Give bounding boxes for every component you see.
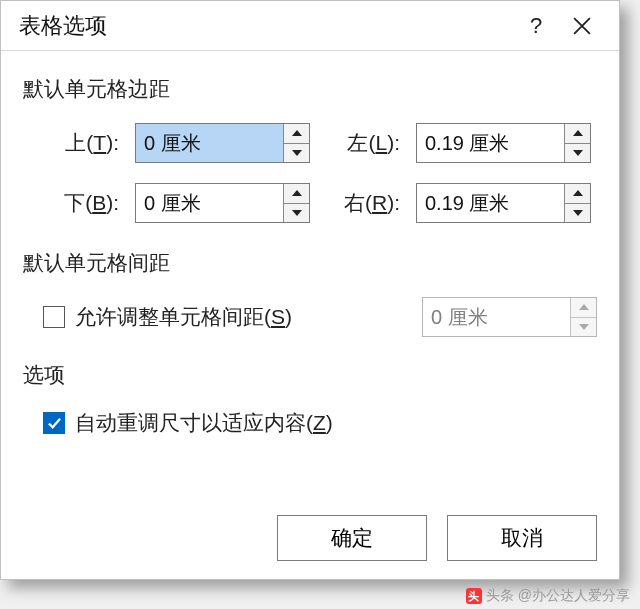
allow-spacing-label[interactable]: 允许调整单元格间距(S) xyxy=(75,303,292,331)
bottom-margin-value[interactable]: 0 厘米 xyxy=(136,184,283,222)
allow-spacing-option[interactable]: 允许调整单元格间距(S) xyxy=(43,303,292,331)
cell-spacing-decrement xyxy=(571,318,596,337)
options-section-label: 选项 xyxy=(23,361,597,389)
default-margins-label: 默认单元格边距 xyxy=(23,75,597,103)
chevron-up-icon xyxy=(573,190,583,196)
dialog-title: 表格选项 xyxy=(19,11,513,41)
bottom-margin-input[interactable]: 0 厘米 xyxy=(135,183,310,223)
cell-spacing-increment xyxy=(571,298,596,318)
top-margin-increment[interactable] xyxy=(284,124,309,144)
top-label: 上(T): xyxy=(43,129,121,157)
auto-resize-label[interactable]: 自动重调尺寸以适应内容(Z) xyxy=(75,409,333,437)
top-margin-input[interactable]: 0 厘米 xyxy=(135,123,310,163)
titlebar: 表格选项 ? xyxy=(1,1,619,51)
checkmark-icon xyxy=(47,416,62,431)
bottom-margin-spinner xyxy=(283,184,309,222)
margins-grid: 上(T): 0 厘米 左(L): 0.19 厘米 下(B): 0 厘米 xyxy=(43,123,597,223)
bottom-label: 下(B): xyxy=(43,189,121,217)
left-margin-input[interactable]: 0.19 厘米 xyxy=(416,123,591,163)
right-margin-spinner xyxy=(564,184,590,222)
left-margin-decrement[interactable] xyxy=(565,144,590,163)
top-margin-spinner xyxy=(283,124,309,162)
left-margin-increment[interactable] xyxy=(565,124,590,144)
auto-resize-option[interactable]: 自动重调尺寸以适应内容(Z) xyxy=(43,409,597,437)
right-margin-value[interactable]: 0.19 厘米 xyxy=(417,184,564,222)
cell-spacing-value: 0 厘米 xyxy=(423,298,570,336)
close-button[interactable] xyxy=(559,6,605,46)
top-margin-value[interactable]: 0 厘米 xyxy=(136,124,283,162)
chevron-down-icon xyxy=(292,150,302,156)
chevron-up-icon xyxy=(292,190,302,196)
top-margin-decrement[interactable] xyxy=(284,144,309,163)
table-options-dialog: 表格选项 ? 默认单元格边距 上(T): 0 厘米 左(L): 0.19 厘米 xyxy=(0,0,620,580)
right-margin-increment[interactable] xyxy=(565,184,590,204)
help-button[interactable]: ? xyxy=(513,6,559,46)
bottom-margin-decrement[interactable] xyxy=(284,204,309,223)
cancel-button[interactable]: 取消 xyxy=(447,515,597,561)
chevron-up-icon xyxy=(579,304,589,310)
left-margin-spinner xyxy=(564,124,590,162)
default-spacing-label: 默认单元格间距 xyxy=(23,249,597,277)
right-margin-decrement[interactable] xyxy=(565,204,590,223)
bottom-margin-increment[interactable] xyxy=(284,184,309,204)
left-margin-value[interactable]: 0.19 厘米 xyxy=(417,124,564,162)
options-row: 自动重调尺寸以适应内容(Z) xyxy=(43,409,597,437)
watermark-text: 头条 @办公达人爱分享 xyxy=(486,587,630,605)
cell-spacing-spinner xyxy=(570,298,596,336)
spacing-row: 允许调整单元格间距(S) 0 厘米 xyxy=(43,297,597,337)
chevron-down-icon xyxy=(292,210,302,216)
allow-spacing-checkbox[interactable] xyxy=(43,306,65,328)
right-label: 右(R): xyxy=(324,189,402,217)
cell-spacing-input: 0 厘米 xyxy=(422,297,597,337)
watermark-logo-icon: 头 xyxy=(466,588,482,604)
watermark: 头 头条 @办公达人爱分享 xyxy=(466,587,630,605)
chevron-up-icon xyxy=(292,130,302,136)
close-icon xyxy=(573,17,591,35)
chevron-down-icon xyxy=(573,210,583,216)
ok-button[interactable]: 确定 xyxy=(277,515,427,561)
chevron-up-icon xyxy=(573,130,583,136)
left-label: 左(L): xyxy=(324,129,402,157)
right-margin-input[interactable]: 0.19 厘米 xyxy=(416,183,591,223)
chevron-down-icon xyxy=(579,324,589,330)
chevron-down-icon xyxy=(573,150,583,156)
dialog-footer: 确定 取消 xyxy=(277,515,597,561)
auto-resize-checkbox[interactable] xyxy=(43,412,65,434)
